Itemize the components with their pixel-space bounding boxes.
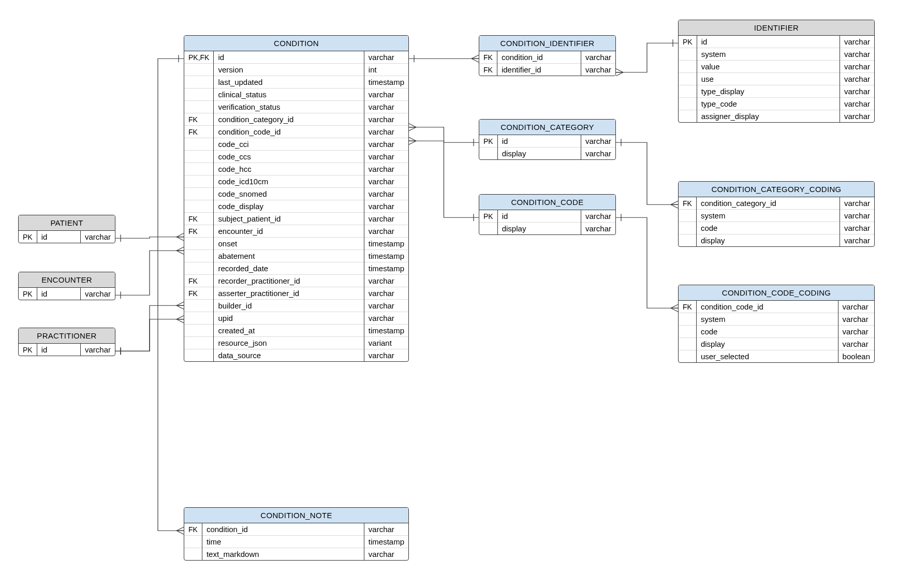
column-name: type_code [697,98,840,110]
column-name: clinical_status [214,89,364,101]
column-key [679,48,697,61]
entity-row: code_icd10cmvarchar [184,175,408,188]
column-key: FK [184,523,202,536]
entity-patient[interactable]: PATIENTPKidvarchar [18,215,115,243]
svg-line-7 [176,251,184,254]
entity-row: PKidvarchar [479,210,615,223]
column-type: varchar [840,110,874,123]
entity-row: displayvarchar [479,223,615,235]
column-type: varchar [364,287,408,300]
entity-row: user_selectedboolean [679,350,874,363]
column-type: varchar [80,288,115,300]
column-name: code_display [214,200,364,213]
column-name: id [497,135,581,148]
entity-row: type_codevarchar [679,98,874,110]
svg-line-30 [409,141,416,144]
column-type: varchar [80,231,115,243]
svg-line-28 [409,137,416,141]
entity-rows: PKidvarchardisplayvarchar [479,210,615,234]
entity-row: FKencounter_idvarchar [184,225,408,238]
entity-row: displayvarchar [479,148,615,160]
svg-line-32 [616,69,623,72]
column-type: varchar [840,73,874,85]
column-name: code_icd10cm [214,175,364,188]
entity-condition_code[interactable]: CONDITION_CODEPKidvarchardisplayvarchar [479,194,616,235]
entity-condition_code_coding[interactable]: CONDITION_CODE_CODINGFKcondition_code_id… [678,285,875,363]
column-type: varchar [364,548,408,561]
entity-row: usevarchar [679,73,874,85]
entity-title: PRACTITIONER [19,328,115,344]
entity-row: displayvarchar [679,234,874,247]
entity-row: codevarchar [679,222,874,234]
column-name: code_snomed [214,188,364,200]
column-type: varchar [581,135,615,148]
column-type: varchar [364,163,408,175]
entity-rows: PKidvarchar [19,288,115,300]
column-key [184,151,214,163]
column-type: varchar [838,313,874,326]
column-key: PK [679,36,697,48]
column-type: varchar [840,234,874,247]
column-type: varchar [364,312,408,325]
column-key: FK [184,126,214,138]
entity-identifier[interactable]: IDENTIFIERPKidvarcharsystemvarcharvaluev… [678,20,875,123]
entity-row: FKcondition_category_idvarchar [184,113,408,126]
svg-line-34 [616,72,623,76]
column-name: encounter_id [214,225,364,238]
entity-row: FKcondition_idvarchar [184,523,408,536]
column-name: type_display [697,85,840,98]
entity-row: codevarchar [679,326,874,338]
svg-line-9 [176,302,184,305]
entity-condition_category[interactable]: CONDITION_CATEGORYPKidvarchardisplayvarc… [479,119,616,160]
column-key [184,101,214,113]
column-name: version [214,64,364,76]
entity-condition_identifier[interactable]: CONDITION_IDENTIFIERFKcondition_idvarcha… [479,35,616,76]
column-name: created_at [214,325,364,337]
column-type: varchar [364,200,408,213]
er-diagram-canvas: PATIENTPKidvarcharENCOUNTERPKidvarcharPR… [0,0,898,588]
column-key [184,337,214,349]
column-key: FK [679,197,696,210]
entity-title: CONDITION_CODE [479,195,615,210]
column-key: FK [184,275,214,287]
entity-row: FKcondition_code_idvarchar [679,301,874,313]
column-name: code_hcc [214,163,364,175]
entity-row: code_displayvarchar [184,200,408,213]
column-key [184,175,214,188]
column-type: varchar [364,51,408,64]
entity-condition[interactable]: CONDITIONPK,FKidvarcharversionintlast_up… [184,35,409,362]
relationship-line [115,251,184,295]
column-type: timestamp [364,325,408,337]
column-name: system [696,313,838,326]
entity-row: FKsubject_patient_idvarchar [184,213,408,225]
column-name: text_markdown [202,548,364,561]
column-name: asserter_practitioner_id [214,287,364,300]
column-key: FK [679,301,696,313]
column-key [184,300,214,312]
column-name: id [214,51,364,64]
column-type: varchar [364,300,408,312]
column-name: id [497,210,581,223]
column-type: varchar [840,98,874,110]
entity-condition_note[interactable]: CONDITION_NOTEFKcondition_idvarchartimet… [184,507,409,561]
column-name: id [37,231,80,243]
column-key: FK [184,213,214,225]
column-key: PK [19,231,37,243]
column-type: varchar [364,175,408,188]
entity-row: displayvarchar [679,338,874,350]
column-key [679,326,696,338]
column-key [679,222,696,234]
entity-row: systemvarchar [679,210,874,222]
entity-rows: FKcondition_idvarchartimetimestamptext_m… [184,523,408,560]
entity-row: text_markdownvarchar [184,548,408,561]
svg-line-1 [176,233,184,237]
entity-row: last_updatedtimestamp [184,76,408,89]
entity-condition_category_coding[interactable]: CONDITION_CATEGORY_CODINGFKcondition_cat… [678,181,875,247]
entity-practitioner[interactable]: PRACTITIONERPKidvarchar [18,328,115,356]
entity-encounter[interactable]: ENCOUNTERPKidvarchar [18,272,115,300]
column-type: int [364,64,408,76]
column-key [184,325,214,337]
relationship-line [115,305,184,351]
column-name: recorder_practitioner_id [214,275,364,287]
column-key [184,188,214,200]
